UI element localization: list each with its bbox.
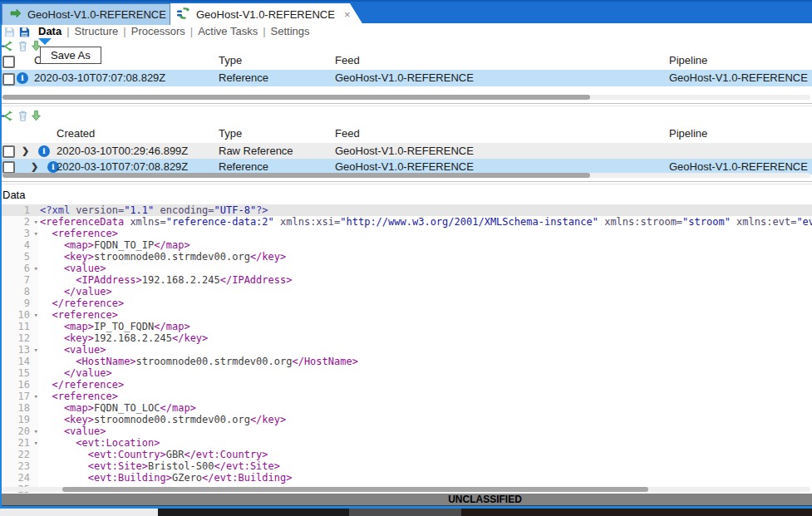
column-type[interactable]: Type	[219, 52, 242, 70]
window-border-left	[0, 23, 2, 509]
desktop-strip-segment	[349, 509, 461, 516]
fold-toggle-icon[interactable]: ▾	[34, 263, 38, 274]
scrollbar-thumb[interactable]	[2, 95, 590, 100]
pane-splitter-shadow	[0, 106, 812, 106]
line-number[interactable]: 21▾	[0, 437, 38, 449]
code-line: 24 <evt:Building>GZero</evt:Building>	[0, 472, 812, 484]
menu-item-processors[interactable]: Processors	[131, 25, 185, 37]
line-number[interactable]: 20▾	[0, 425, 38, 437]
line-number[interactable]: 4	[0, 239, 38, 251]
code-line: 12 <key>192.168.2.245</key>	[0, 332, 812, 344]
code-text: <evt:Country>GBR</evt:Country>	[38, 449, 812, 460]
fold-toggle-icon[interactable]: ▾	[34, 391, 38, 402]
select-all-checkbox[interactable]	[2, 56, 15, 68]
tab-label: GeoHost-V1.0-REFERENCE	[196, 8, 335, 21]
cell-type: Reference	[219, 70, 268, 86]
line-number[interactable]: 10▾	[0, 309, 38, 321]
expander-chevron-icon[interactable]: ❯	[22, 143, 29, 159]
line-number[interactable]: 15	[0, 367, 38, 379]
column-pipeline[interactable]: Pipeline	[669, 125, 707, 143]
code-text: </reference>	[38, 297, 812, 309]
desktop-strip-segment	[0, 509, 158, 516]
delete-button-2[interactable]	[17, 110, 29, 122]
line-number[interactable]: 8	[0, 286, 38, 297]
info-icon[interactable]: i	[17, 72, 28, 84]
tooltip-pointer-icon	[38, 38, 52, 45]
process-button-2[interactable]	[2, 110, 14, 122]
line-number[interactable]: 5	[0, 251, 38, 263]
save-as-icon	[18, 26, 31, 38]
code-line: 20▾ <value>	[0, 425, 812, 437]
xml-code-editor[interactable]: 1<?xml version="1.1" encoding="UTF-8"?>2…	[0, 204, 812, 493]
download-icon	[30, 110, 42, 122]
close-icon[interactable]: ×	[344, 9, 351, 20]
line-number[interactable]: 12	[0, 332, 38, 344]
line-number[interactable]: 3▾	[0, 228, 38, 239]
row-checkbox[interactable]	[2, 73, 15, 86]
pipeline-icon	[177, 7, 191, 22]
tab-pipeline-geohost[interactable]: GeoHost-V1.0-REFERENCE ×	[170, 3, 363, 25]
line-number[interactable]: 18	[0, 402, 38, 414]
fold-toggle-icon[interactable]: ▾	[34, 437, 38, 449]
cell-feed: GeoHost-V1.0-REFERENCE	[335, 143, 474, 159]
line-number[interactable]: 14	[0, 356, 38, 367]
line-number[interactable]: 13▾	[0, 344, 38, 356]
line-number[interactable]: 2▾	[0, 216, 38, 228]
code-text: <reference>	[38, 391, 812, 402]
scrollbar-thumb[interactable]	[62, 487, 648, 492]
menu-separator: |	[185, 25, 198, 37]
tab-feed-geohost[interactable]: GeoHost-V1.0-REFERENCE ×	[2, 3, 170, 25]
cell-created: 2020-03-10T07:07:08.829Z	[34, 70, 165, 86]
pane-splitter[interactable]	[0, 103, 812, 104]
code-line: 10▾ <reference>	[0, 309, 812, 321]
code-line: 2▾<referenceData xmlns="reference-data:2…	[0, 216, 812, 228]
menu-item-structure[interactable]: Structure	[75, 25, 119, 37]
code-line: 17▾ <reference>	[0, 391, 812, 402]
save-as-button[interactable]	[18, 26, 31, 38]
column-created[interactable]: Created	[57, 125, 95, 143]
code-text: <reference>	[38, 309, 812, 321]
line-number[interactable]: 6▾	[0, 263, 38, 274]
pane-splitter-2[interactable]	[0, 181, 812, 182]
column-pipeline[interactable]: Pipeline	[669, 52, 707, 70]
menu-item-settings[interactable]: Settings	[271, 25, 310, 37]
line-number[interactable]: 9	[0, 297, 38, 309]
column-feed[interactable]: Feed	[335, 125, 360, 143]
code-text: <evt:Site>Bristol-S00</evt:Site>	[38, 460, 812, 472]
line-number[interactable]: 23	[0, 460, 38, 472]
process-button[interactable]	[2, 40, 14, 52]
code-line: 9 </reference>	[0, 297, 812, 309]
info-icon[interactable]: i	[38, 145, 50, 157]
fold-toggle-icon[interactable]: ▾	[34, 425, 38, 437]
line-number[interactable]: 24	[0, 472, 38, 484]
table-row[interactable]: i2020-03-10T07:07:08.829ZReferenceGeoHos…	[0, 70, 812, 86]
code-line: 7 <IPAddress>192.168.2.245</IPAddress>	[0, 274, 812, 286]
menu-item-active-tasks[interactable]: Active Tasks	[198, 25, 258, 37]
column-type[interactable]: Type	[219, 125, 242, 143]
editor-hscrollbar	[0, 486, 812, 493]
delete-button[interactable]	[17, 40, 29, 52]
code-text: </value>	[38, 367, 812, 379]
download-button-2[interactable]	[30, 110, 42, 122]
line-number[interactable]: 1	[0, 204, 38, 216]
tab-label: GeoHost-V1.0-REFERENCE	[27, 8, 166, 21]
line-number[interactable]: 22	[0, 449, 38, 460]
menu-item-data[interactable]: Data	[38, 25, 62, 37]
line-number[interactable]: 7	[0, 274, 38, 286]
save-button[interactable]	[3, 26, 16, 38]
line-number[interactable]: 11	[0, 321, 38, 332]
cell-created: 2020-03-10T00:29:46.899Z	[57, 143, 188, 159]
table-row[interactable]: ❯i2020-03-10T00:29:46.899ZRaw ReferenceG…	[0, 143, 812, 159]
fold-toggle-icon[interactable]: ▾	[34, 228, 38, 239]
line-number[interactable]: 16	[0, 379, 38, 391]
fold-toggle-icon[interactable]: ▾	[34, 309, 38, 321]
line-number[interactable]: 17▾	[0, 391, 38, 402]
column-feed[interactable]: Feed	[335, 52, 360, 70]
scrollbar-thumb[interactable]	[2, 173, 590, 178]
fold-toggle-icon[interactable]: ▾	[34, 344, 38, 356]
row-checkbox[interactable]	[2, 145, 15, 158]
code-line: 14 <HostName>stroomnode00.strmdev00.org<…	[0, 356, 812, 367]
line-number[interactable]: 19	[0, 414, 38, 425]
fold-toggle-icon[interactable]: ▾	[34, 216, 38, 228]
code-text: <evt:Building>GZero</evt:Building>	[38, 472, 812, 484]
